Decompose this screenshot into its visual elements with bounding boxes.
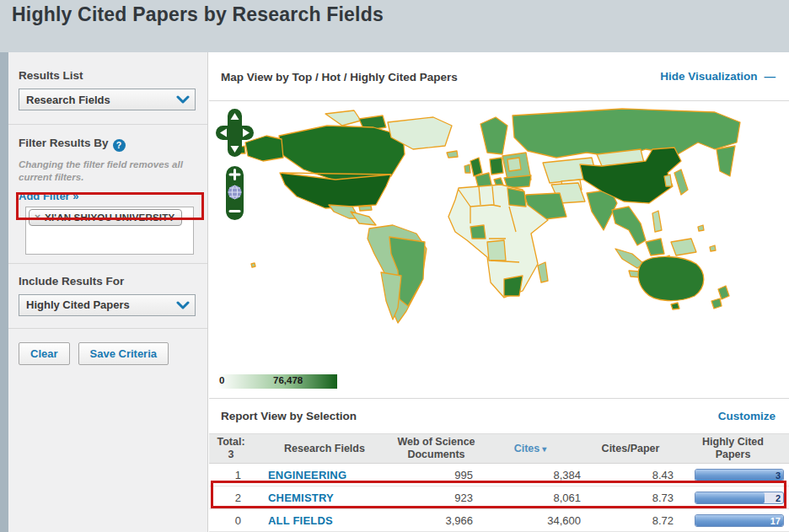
legend-min-value: 0 xyxy=(219,375,224,385)
filter-tag-label: XI'AN SHIYOU UNIVERSITY xyxy=(45,212,174,223)
results-list-section: Results List Research Fields xyxy=(8,52,207,124)
cites-per-paper-value: 8.43 xyxy=(584,469,677,481)
hcp-bar-fill xyxy=(695,470,783,481)
column-cites-per-paper: Cites/Paper xyxy=(584,443,677,455)
hide-visualization-label: Hide Visualization xyxy=(660,70,757,83)
left-edge-strip xyxy=(0,52,8,532)
hcp-count: 3 xyxy=(776,470,781,481)
include-results-dropdown[interactable]: Highly Cited Papers xyxy=(19,294,196,316)
chevron-down-icon xyxy=(176,301,190,309)
results-list-label: Results List xyxy=(19,69,196,82)
filter-results-label: Filter Results By xyxy=(19,137,109,149)
row-rank: 2 xyxy=(209,492,253,504)
remove-filter-icon[interactable]: × xyxy=(35,212,40,223)
filter-section: Filter Results By? Changing the filter f… xyxy=(8,125,207,263)
docs-value: 995 xyxy=(396,469,476,481)
column-total: Total: 3 xyxy=(209,436,253,461)
map-zoom-control xyxy=(226,166,244,220)
chevron-down-icon xyxy=(176,95,190,104)
field-link-all-fields[interactable]: ALL FIELDS xyxy=(253,514,396,527)
help-icon[interactable]: ? xyxy=(113,139,126,152)
table-header-row: Total: 3 Research Fields Web of Science … xyxy=(209,433,789,464)
filter-note: Changing the filter field removes all cu… xyxy=(19,159,196,184)
hcp-bar: 2 xyxy=(695,492,784,504)
table-row-all-fields: 0 ALL FIELDS 3,966 34,600 8.72 17 xyxy=(209,509,789,532)
include-results-label: Include Results For xyxy=(19,275,196,287)
map-controls xyxy=(216,109,255,222)
cites-value: 8,061 xyxy=(476,492,584,504)
page-title: Highly Cited Papers by Research Fields xyxy=(12,3,384,26)
cites-value: 8,384 xyxy=(476,469,584,481)
save-criteria-button[interactable]: Save Criteria xyxy=(78,342,169,365)
cites-per-paper-value: 8.72 xyxy=(584,514,677,527)
page-header-band: Highly Cited Papers by Research Fields xyxy=(0,0,789,52)
report-table: Total: 3 Research Fields Web of Science … xyxy=(209,433,789,532)
map-pan-control xyxy=(216,109,254,157)
field-link-engineering[interactable]: ENGINEERING xyxy=(253,469,396,481)
map-header: Map View by Top / Hot / Highly Cited Pap… xyxy=(209,52,789,101)
cites-value: 34,600 xyxy=(476,514,584,527)
cites-per-paper-value: 8.73 xyxy=(584,492,677,504)
hcp-bar: 3 xyxy=(695,469,784,481)
hide-visualization-link[interactable]: Hide Visualization— xyxy=(660,70,776,83)
docs-value: 3,966 xyxy=(396,514,476,527)
sort-descending-icon: ▾ xyxy=(542,444,546,454)
map-visualization: 0 76,478 xyxy=(209,102,789,398)
customize-link[interactable]: Customize xyxy=(718,410,776,422)
active-filters-box: × XI'AN SHIYOU UNIVERSITY xyxy=(25,207,194,255)
table-row-chemistry: 2 CHEMISTRY 923 8,061 8.73 2 xyxy=(209,486,789,509)
page: Highly Cited Papers by Research Fields R… xyxy=(0,0,789,532)
include-results-section: Include Results For Highly Cited Papers xyxy=(8,264,207,328)
map-view-title: Map View by Top / Hot / Highly Cited Pap… xyxy=(221,71,458,83)
sidebar-actions: Clear Save Criteria xyxy=(8,329,207,365)
column-wos-documents: Web of Science Documents xyxy=(396,436,476,461)
sidebar: Results List Research Fields Filter Resu… xyxy=(8,52,208,532)
report-view-title: Report View by Selection xyxy=(221,410,357,422)
legend-max-value: 76,478 xyxy=(273,375,303,385)
column-highly-cited-papers: Highly Cited Papers xyxy=(677,436,789,461)
field-link-chemistry[interactable]: CHEMISTRY xyxy=(253,492,396,504)
row-rank: 0 xyxy=(209,514,253,527)
hcp-count: 17 xyxy=(770,516,781,526)
results-list-dropdown[interactable]: Research Fields xyxy=(19,89,196,110)
world-choropleth-map[interactable] xyxy=(226,105,782,358)
add-filter-link[interactable]: Add Filter » xyxy=(19,190,79,202)
report-header: Report View by Selection Customize xyxy=(209,398,789,433)
include-results-selected-value: Highly Cited Papers xyxy=(26,298,130,311)
hcp-bar-fill xyxy=(695,492,765,503)
clear-button[interactable]: Clear xyxy=(19,342,70,365)
results-list-selected-value: Research Fields xyxy=(26,94,110,106)
map-legend: 0 76,478 xyxy=(212,373,381,390)
docs-value: 923 xyxy=(396,492,476,504)
filter-tag[interactable]: × XI'AN SHIYOU UNIVERSITY xyxy=(29,209,182,226)
minimize-icon: — xyxy=(765,70,776,83)
main-panel: Map View by Top / Hot / Highly Cited Pap… xyxy=(209,52,789,532)
table-row-engineering: 1 ENGINEERING 995 8,384 8.43 3 xyxy=(209,464,789,486)
hcp-count: 2 xyxy=(776,493,781,503)
row-rank: 1 xyxy=(209,469,253,481)
column-research-fields: Research Fields xyxy=(253,443,396,455)
column-cites-sort[interactable]: Cites▾ xyxy=(476,443,584,455)
hcp-bar: 17 xyxy=(695,514,784,527)
